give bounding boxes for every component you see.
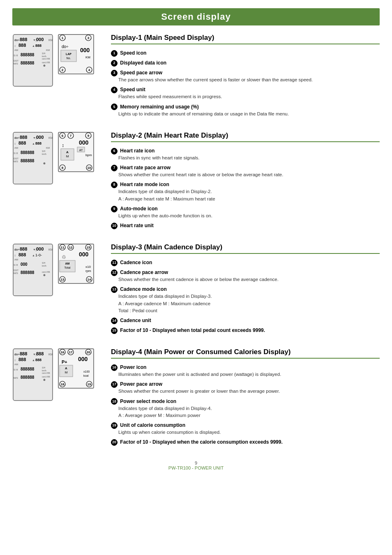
svg-text:DST: DST bbox=[14, 60, 18, 62]
svg-text:M/S: M/S bbox=[14, 377, 18, 379]
svg-text:bpm: bpm bbox=[85, 153, 92, 157]
svg-text:2: 2 bbox=[62, 68, 64, 72]
svg-text:↕: ↕ bbox=[14, 254, 16, 257]
svg-text:↕: ↕ bbox=[14, 359, 16, 362]
item-sub-9: Lights up when the auto-mode function is… bbox=[118, 212, 380, 219]
svg-text:S↑8: S↑8 bbox=[14, 152, 18, 154]
svg-text:rpm: rpm bbox=[85, 269, 91, 273]
item-extra-13: A : Average cadence M : Maximum cadence bbox=[118, 300, 380, 307]
svg-text:KM: KM bbox=[48, 248, 53, 251]
svg-rect-0 bbox=[13, 35, 53, 86]
item-title-4: Speed unit bbox=[120, 87, 145, 92]
svg-text:kcal: kcal bbox=[83, 374, 89, 377]
svg-rect-114 bbox=[13, 349, 53, 401]
list-item: 16 Power icon Illuminates when the power… bbox=[111, 364, 380, 378]
display2-full-device: do÷ 888 ▼| 000 KM ↕ 888 AM ▲ 888 KM S↑8 … bbox=[12, 131, 53, 185]
list-item: 3 Speed pace arrow The pace arrows show … bbox=[111, 69, 380, 83]
item-sub-7: Shows whether the current heart rate is … bbox=[118, 171, 380, 178]
item-num-4: 4 bbox=[111, 87, 118, 93]
svg-text:M/S: M/S bbox=[14, 62, 18, 65]
svg-text:000: 000 bbox=[36, 37, 44, 42]
display4-list: 16 Power icon Illuminates when the power… bbox=[111, 364, 380, 446]
item-num-20: 20 bbox=[111, 439, 118, 446]
item-num-13: 13 bbox=[111, 286, 118, 293]
svg-text:⊕: ⊕ bbox=[43, 274, 46, 276]
svg-text:888: 888 bbox=[20, 135, 27, 140]
svg-text:888: 888 bbox=[35, 141, 42, 145]
item-title-5: Memory remaining and usage (%) bbox=[120, 104, 198, 110]
item-extra-18: A : Average power M : Maximum power bbox=[118, 412, 380, 419]
item-sub-18: Indicates type of data displayed in Disp… bbox=[118, 405, 380, 412]
item-sub-5: Lights up to indicate the amount of rema… bbox=[118, 111, 380, 117]
item-title-11: Cadence icon bbox=[120, 260, 152, 265]
svg-text:12: 12 bbox=[69, 246, 73, 249]
item-num-8: 8 bbox=[111, 182, 118, 188]
svg-text:Total: Total bbox=[65, 266, 71, 269]
svg-text:coni.V86: coni.V86 bbox=[42, 58, 50, 60]
svg-text:S↑8: S↑8 bbox=[14, 368, 18, 371]
display3-full-device: do÷ 888 ▼| 000 KM ↕ 888 AM ▲ 1-0- 000 S↑… bbox=[12, 243, 53, 297]
item-sub-12: Shows whether the current cadence is abo… bbox=[118, 276, 380, 283]
svg-text:KM: KM bbox=[48, 353, 53, 356]
item-title-10: Heart rate unit bbox=[120, 223, 153, 228]
display2-screen-closeup: 6 7 9 ↕ A M 8 AT 000 bpm 10 bbox=[58, 131, 95, 173]
item-num-12: 12 bbox=[111, 269, 118, 276]
svg-text:888: 888 bbox=[20, 246, 27, 251]
svg-text:KM: KM bbox=[46, 147, 50, 149]
display4-images: do÷ 888 ▼| 888 KM ↕ 888 AM ▲ 888 S↑8 888… bbox=[12, 348, 103, 448]
svg-text:▲: ▲ bbox=[32, 359, 35, 362]
list-item: 18 Power select mode icon Indicates type… bbox=[111, 398, 380, 419]
svg-text:8: 8 bbox=[62, 166, 64, 170]
item-title-2: Displayed data icon bbox=[120, 60, 166, 66]
item-num-1: 1 bbox=[111, 50, 118, 57]
svg-text:AM: AM bbox=[14, 363, 18, 366]
item-title-6: Heart rate icon bbox=[120, 148, 154, 154]
item-sub-13: Indicates type of data displayed in Disp… bbox=[118, 293, 380, 300]
list-item: 13 Cadence mode icon Indicates type of d… bbox=[111, 286, 380, 314]
list-item: 12 Cadence pace arrow Shows whether the … bbox=[111, 269, 380, 283]
item-num-11: 11 bbox=[111, 260, 118, 266]
svg-text:coni.V86: coni.V86 bbox=[42, 372, 50, 374]
display2-section: do÷ 888 ▼| 000 KM ↕ 888 AM ▲ 888 KM S↑8 … bbox=[12, 131, 380, 232]
display2-list: 6 Heart rate icon Flashes in sync with h… bbox=[111, 147, 380, 229]
svg-text:AM: AM bbox=[14, 258, 18, 261]
svg-text:⊕: ⊕ bbox=[43, 378, 46, 381]
item-num-3: 3 bbox=[111, 70, 118, 76]
list-item: 4 Speed unit Flashes while speed measure… bbox=[111, 86, 380, 100]
footer-link[interactable]: PW-TR100 - POWER UNIT bbox=[168, 465, 224, 470]
svg-text:KM: KM bbox=[85, 55, 90, 59]
svg-text:do÷: do÷ bbox=[14, 248, 20, 251]
svg-text:KM: KM bbox=[48, 39, 53, 41]
svg-text:000: 000 bbox=[80, 47, 90, 53]
svg-text:888: 888 bbox=[20, 37, 27, 42]
svg-text:888888: 888888 bbox=[21, 61, 35, 65]
svg-text:888888: 888888 bbox=[21, 150, 35, 155]
list-item: 11 Cadence icon bbox=[111, 259, 380, 266]
svg-text:do÷: do÷ bbox=[14, 353, 20, 356]
svg-text:16: 16 bbox=[61, 350, 65, 354]
display1-section: do÷ 888 ▼| 000 KM ↕ 888 AM ▲ 888 KM S↑8 … bbox=[12, 34, 380, 120]
item-num-14: 14 bbox=[111, 318, 118, 324]
svg-text:M/S: M/S bbox=[14, 272, 18, 274]
svg-text:4: 4 bbox=[88, 68, 90, 72]
display3-section: do÷ 888 ▼| 000 KM ↕ 888 AM ▲ 1-0- 000 S↑… bbox=[12, 243, 380, 336]
display3-desc: Display-3 (Main Cadence Display) 11 Cade… bbox=[111, 243, 380, 336]
svg-text:do÷: do÷ bbox=[14, 39, 20, 41]
item-title-16: Power icon bbox=[120, 364, 146, 370]
item-num-19: 19 bbox=[111, 422, 118, 429]
svg-text:AM: AM bbox=[14, 49, 18, 51]
svg-text:000: 000 bbox=[36, 135, 44, 140]
list-item: 8 Heart rate mode icon Indicates type of… bbox=[111, 181, 380, 203]
svg-text:888888: 888888 bbox=[21, 53, 35, 57]
list-item: 1 Speed icon bbox=[111, 49, 380, 57]
display2-title: Display-2 (Main Heart Rate Display) bbox=[111, 131, 380, 142]
list-item: 17 Power pace arrow Shows whether the cu… bbox=[111, 380, 380, 395]
item-title-3: Speed pace arrow bbox=[120, 70, 162, 76]
svg-text:000: 000 bbox=[79, 251, 89, 258]
display1-screen-closeup: 1 3 do÷ LAP No. 2 000 KM 4 bbox=[58, 34, 95, 75]
svg-text:P+: P+ bbox=[62, 359, 67, 364]
display2-images: do÷ 888 ▼| 000 KM ↕ 888 AM ▲ 888 KM S↑8 … bbox=[12, 131, 103, 232]
svg-text:coni.V86: coni.V86 bbox=[42, 271, 50, 273]
item-title-12: Cadence pace arrow bbox=[120, 269, 168, 275]
svg-text:S/H: S/H bbox=[42, 150, 46, 152]
